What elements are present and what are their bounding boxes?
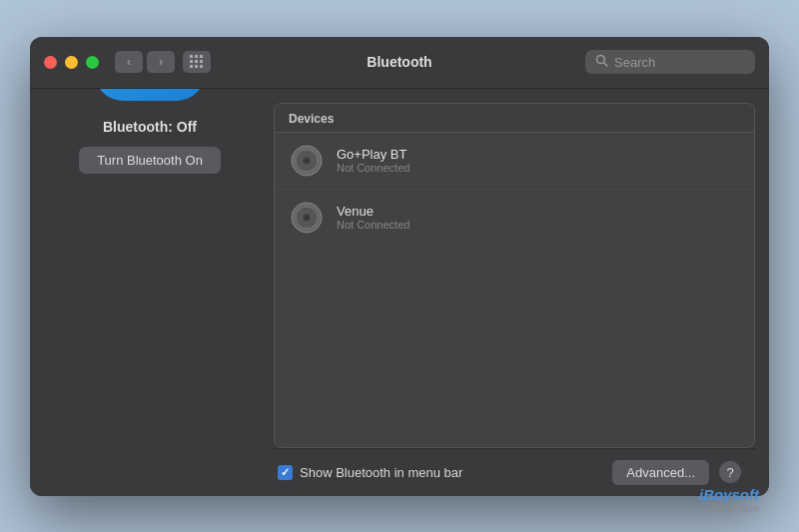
minimize-button[interactable] [65, 56, 78, 69]
close-button[interactable] [44, 56, 57, 69]
left-panel: ✗ Bluetooth: Off Turn Bluetooth On [30, 89, 270, 496]
device-info: Go+Play BT Not Connected [337, 147, 409, 174]
table-row: Venue Not Connected [275, 190, 754, 246]
search-icon [595, 54, 608, 70]
devices-header: Devices [275, 104, 754, 133]
checkbox-label-text: Show Bluetooth in menu bar [300, 465, 462, 480]
svg-point-9 [305, 216, 309, 220]
grid-icon [190, 55, 204, 69]
back-button[interactable]: ‹ [115, 51, 143, 73]
forward-button[interactable]: › [147, 51, 175, 73]
maximize-button[interactable] [86, 56, 99, 69]
checkmark-icon: ✓ [281, 466, 290, 479]
speaker-icon [289, 143, 325, 179]
titlebar: ‹ › Bluetooth [30, 37, 769, 89]
svg-line-1 [604, 63, 608, 67]
checkbox-indicator: ✓ [278, 465, 293, 480]
show-in-menubar-checkbox[interactable]: ✓ Show Bluetooth in menu bar [278, 465, 462, 480]
turn-bluetooth-on-button[interactable]: Turn Bluetooth On [79, 147, 221, 174]
device-status: Not Connected [337, 162, 409, 174]
watermark: iBoysoft wsxdn.com [699, 486, 759, 514]
preferences-window: ‹ › Bluetooth [30, 37, 769, 496]
brand-name: iBoysoft [699, 486, 759, 503]
nav-buttons: ‹ › [115, 51, 211, 73]
forward-icon: › [159, 55, 163, 69]
device-name: Venue [337, 204, 409, 219]
grid-button[interactable] [183, 51, 211, 73]
main-content: ✗ Bluetooth: Off Turn Bluetooth On Devic… [30, 89, 769, 496]
search-input[interactable] [614, 55, 745, 70]
advanced-button[interactable]: Advanced... [612, 460, 709, 485]
svg-point-5 [305, 159, 309, 163]
window-title: Bluetooth [367, 54, 431, 70]
back-icon: ‹ [127, 55, 131, 69]
device-status: Not Connected [337, 219, 409, 231]
bottom-bar: ✓ Show Bluetooth in menu bar Advanced...… [274, 448, 755, 496]
bt-status: Bluetooth: Off [103, 119, 197, 135]
speaker-icon [289, 200, 325, 236]
help-button[interactable]: ? [719, 461, 741, 483]
search-box[interactable] [585, 50, 755, 74]
table-row: Go+Play BT Not Connected [275, 133, 754, 190]
devices-list: Devices Go+Play BT Not Connected [274, 103, 755, 448]
traffic-lights [44, 56, 99, 69]
right-panel: Devices Go+Play BT Not Connected [270, 89, 769, 496]
device-info: Venue Not Connected [337, 204, 409, 231]
brand-sub: wsxdn.com [699, 503, 759, 514]
device-name: Go+Play BT [337, 147, 409, 162]
